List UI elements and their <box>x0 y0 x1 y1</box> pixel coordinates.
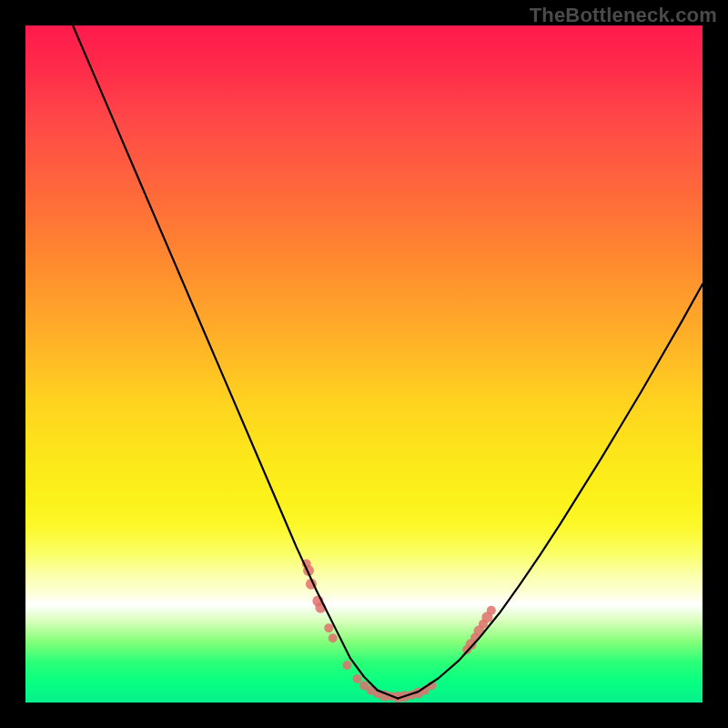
marker-dot <box>329 633 338 642</box>
marker-dot <box>487 606 496 615</box>
marker-dot <box>342 661 351 670</box>
chart-svg <box>25 25 703 703</box>
chart-canvas: TheBottleneck.com <box>0 0 728 728</box>
marker-dot <box>353 674 362 683</box>
left-curve <box>73 25 398 699</box>
marker-group <box>302 559 496 703</box>
watermark-text: TheBottleneck.com <box>530 4 717 27</box>
right-curve <box>398 284 703 698</box>
plot-area <box>25 25 703 703</box>
marker-dot <box>324 623 333 632</box>
